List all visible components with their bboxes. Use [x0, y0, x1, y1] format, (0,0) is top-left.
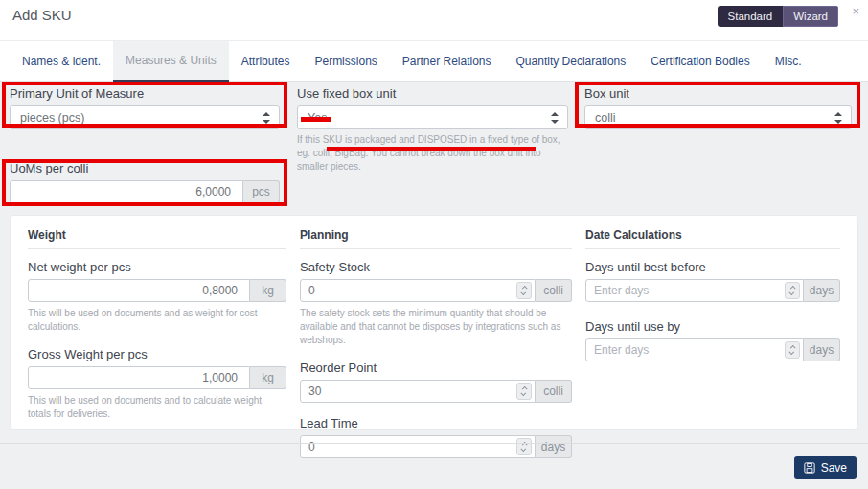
reorder-point-field: Reorder Point colli: [300, 361, 572, 403]
close-icon[interactable]: ×: [852, 5, 859, 17]
tab-permissions[interactable]: Permissions: [302, 41, 389, 82]
reorder-point-input[interactable]: [300, 380, 536, 403]
lead-time-input[interactable]: [300, 435, 536, 458]
use-fixed-box-unit-help: If this SKU is packaged and DISPOSED in …: [297, 133, 568, 174]
use-fixed-box-unit-field: Use fixed box unit Yes If this SKU is pa…: [297, 86, 568, 174]
primary-uom-value: pieces (pcs): [20, 111, 84, 125]
wizard-mode-button[interactable]: Wizard: [783, 6, 838, 27]
uoms-per-colli-field: UoMs per colli pcs: [10, 161, 280, 203]
box-unit-field: Box unit colli: [584, 86, 852, 129]
tab-quantity-declarations[interactable]: Quantity Declarations: [504, 41, 639, 82]
days-best-before-field: Days until best before days: [585, 260, 840, 302]
stepper-icon[interactable]: [516, 438, 532, 455]
days-use-by-unit-addon: days: [804, 338, 840, 361]
lead-time-unit-addon: days: [536, 435, 572, 458]
date-calculations-section-title: Date Calculations: [585, 228, 840, 249]
net-weight-help: This will be used on documents and as we…: [28, 307, 286, 334]
gross-weight-label: Gross Weight per pcs: [28, 347, 286, 361]
save-button-label: Save: [821, 461, 847, 475]
days-best-before-unit-addon: days: [804, 279, 840, 302]
standard-mode-button[interactable]: Standard: [718, 6, 784, 27]
tab-names-ident[interactable]: Names & ident.: [10, 41, 113, 82]
gross-weight-unit-addon: kg: [250, 366, 286, 389]
net-weight-label: Net weight per pcs: [28, 260, 286, 274]
days-use-by-field: Days until use by days: [585, 319, 840, 361]
primary-uom-field: Primary Unit of Measure pieces (pcs): [10, 86, 280, 129]
net-weight-input[interactable]: [28, 279, 250, 302]
tab-misc[interactable]: Misc.: [763, 41, 814, 82]
weight-section: Weight Net weight per pcs kg This will b…: [28, 228, 286, 472]
safety-stock-field: Safety Stock colli The safety stock sets…: [300, 260, 572, 347]
primary-uom-label: Primary Unit of Measure: [10, 86, 280, 101]
gross-weight-input[interactable]: [28, 366, 250, 389]
box-unit-value: colli: [595, 111, 616, 125]
gross-weight-field: Gross Weight per pcs kg This will be use…: [28, 347, 286, 421]
reorder-point-label: Reorder Point: [300, 361, 572, 375]
stepper-icon[interactable]: [516, 383, 532, 400]
planning-section-title: Planning: [300, 228, 572, 249]
days-best-before-input[interactable]: [585, 279, 804, 302]
weight-section-title: Weight: [28, 228, 286, 249]
footer-divider: [0, 443, 868, 444]
mode-toggle: Standard Wizard: [718, 6, 838, 27]
safety-stock-input[interactable]: [300, 279, 536, 302]
days-best-before-label: Days until best before: [585, 260, 840, 274]
days-use-by-input[interactable]: [585, 338, 804, 361]
date-calculations-section: Date Calculations Days until best before…: [585, 228, 840, 472]
uoms-per-colli-label: UoMs per colli: [10, 161, 280, 175]
stepper-icon[interactable]: [516, 282, 532, 299]
net-weight-unit-addon: kg: [250, 279, 286, 302]
gross-weight-help: This will be used on documents and to ca…: [28, 394, 286, 421]
use-fixed-box-unit-value: Yes: [308, 111, 327, 125]
net-weight-field: Net weight per pcs kg This will be used …: [28, 260, 286, 334]
primary-uom-select[interactable]: pieces (pcs): [10, 105, 280, 129]
use-fixed-box-unit-label: Use fixed box unit: [297, 86, 568, 101]
safety-stock-unit-addon: colli: [536, 279, 572, 302]
save-button[interactable]: Save: [794, 456, 857, 479]
measures-card: Weight Net weight per pcs kg This will b…: [10, 215, 858, 430]
tab-attributes[interactable]: Attributes: [229, 41, 303, 82]
safety-stock-help: The safety stock sets the minimum quanti…: [300, 307, 572, 347]
add-sku-modal: Add SKU Standard Wizard × Names & ident.…: [0, 0, 868, 489]
save-icon: [804, 462, 815, 474]
stepper-icon[interactable]: [785, 282, 800, 299]
page-title: Add SKU: [12, 7, 72, 23]
days-use-by-label: Days until use by: [585, 319, 840, 334]
select-caret-icon: [263, 112, 270, 124]
uoms-per-colli-input[interactable]: [10, 180, 243, 203]
modal-header: Add SKU Standard Wizard ×: [0, 0, 868, 40]
stepper-icon[interactable]: [785, 341, 800, 359]
use-fixed-box-unit-select[interactable]: Yes: [297, 105, 568, 129]
planning-section: Planning Safety Stock colli The safety s…: [300, 228, 572, 472]
select-caret-icon: [551, 112, 559, 124]
reorder-point-unit-addon: colli: [536, 380, 572, 403]
tab-partner-relations[interactable]: Partner Relations: [390, 41, 504, 82]
uoms-per-colli-unit-addon: pcs: [243, 180, 280, 203]
lead-time-field: Lead Time days: [300, 416, 572, 458]
tab-bar: Names & ident. Measures & Units Attribut…: [0, 40, 868, 82]
tab-measures-units[interactable]: Measures & Units: [113, 41, 229, 82]
box-unit-select[interactable]: colli: [584, 105, 852, 129]
box-unit-label: Box unit: [584, 86, 852, 101]
safety-stock-label: Safety Stock: [300, 260, 572, 274]
tab-certification-bodies[interactable]: Certification Bodies: [638, 41, 762, 82]
select-caret-icon: [834, 112, 842, 124]
lead-time-label: Lead Time: [300, 416, 572, 431]
